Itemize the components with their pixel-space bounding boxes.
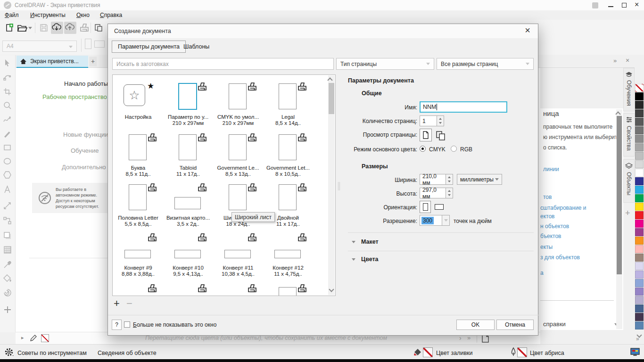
color-swatch[interactable]: [635, 271, 644, 279]
rectangle-tool-icon[interactable]: [3, 143, 12, 152]
docker-help-dropdown[interactable]: справки: [543, 321, 566, 328]
cancel-button[interactable]: Отмена: [496, 320, 534, 330]
docker-link[interactable]: линии: [543, 166, 559, 173]
docker-link[interactable]: сштабирование и: [540, 205, 586, 211]
color-swatch[interactable]: [635, 254, 644, 262]
tab-templates[interactable]: Шаблоны: [178, 41, 215, 53]
docker-expand-icon[interactable]: »: [613, 57, 617, 64]
ok-button[interactable]: OK: [456, 320, 495, 330]
preset-cmyk-default[interactable]: CMYK по умол... 210 x 297мм: [213, 81, 263, 131]
connector-tool-icon[interactable]: [3, 216, 12, 225]
color-swatch[interactable]: [635, 211, 644, 219]
palette-more-icon[interactable]: »: [636, 336, 639, 342]
docker-tab-properties[interactable]: Свойства: [623, 113, 635, 156]
color-swatch[interactable]: [635, 152, 644, 160]
crop-tool-icon[interactable]: [3, 87, 12, 97]
color-swatch[interactable]: [635, 288, 644, 296]
resolution-field[interactable]: 300: [420, 215, 442, 226]
preset-envelope-11[interactable]: Конверт #11 10,38 x 4,5д..: [213, 232, 263, 281]
page-size-filter[interactable]: Все размеры страниц: [437, 58, 534, 70]
scroll-down-icon[interactable]: [329, 287, 334, 292]
interactive-fill-tool-icon[interactable]: [3, 288, 12, 297]
menu-tools[interactable]: Инструменты: [30, 12, 66, 18]
preset-default[interactable]: Параметр по у... 210 x 297мм: [163, 81, 213, 131]
docker-scrollbar-thumb[interactable]: [617, 116, 622, 274]
tab-welcome-screen[interactable]: Экран приветств...: [17, 56, 88, 68]
palette-current-swatch[interactable]: [41, 334, 49, 342]
color-swatch[interactable]: [635, 101, 644, 109]
dont-show-checkbox[interactable]: [124, 321, 130, 328]
pages-stepper[interactable]: [437, 115, 444, 126]
status-tool-tips[interactable]: Советы по инструментам: [17, 350, 87, 356]
preset-government-letter[interactable]: Government Let... 8 x 10,5д..: [263, 132, 313, 181]
preset-business-card[interactable]: Визитная карто... 3,5 x 2д..: [163, 182, 213, 231]
color-swatch[interactable]: [635, 109, 644, 117]
page-type-filter[interactable]: Тип страницы: [336, 58, 434, 70]
close-icon[interactable]: ×: [635, 0, 639, 9]
open-dropdown-icon[interactable]: [28, 27, 32, 29]
color-swatch[interactable]: [635, 262, 644, 270]
docker-link[interactable]: з для объектов: [540, 254, 580, 261]
pick-tool-icon[interactable]: [3, 58, 12, 68]
preset-tabloid[interactable]: Tabloid 11 x 17д..: [163, 132, 213, 181]
color-swatch[interactable]: [635, 296, 644, 304]
color-swatch[interactable]: [635, 220, 644, 228]
welcome-nav-getting-started[interactable]: Начало работы: [64, 80, 108, 87]
remove-preset-icon[interactable]: −: [126, 297, 132, 310]
dont-show-label[interactable]: Больше не показывать это окно: [133, 321, 216, 328]
preset-envelope-9[interactable]: Конверт #9 8,88 x 3,88д..: [113, 232, 163, 281]
portrait-page-icon[interactable]: [85, 39, 91, 49]
freehand-tool-icon[interactable]: [3, 115, 12, 125]
single-page-view-button[interactable]: [420, 129, 432, 141]
shape-tool-icon[interactable]: [3, 73, 12, 82]
add-tool-icon[interactable]: [3, 305, 12, 314]
menu-window[interactable]: Окно: [76, 12, 90, 18]
color-swatch[interactable]: [635, 143, 644, 151]
cloud-upload-icon[interactable]: [64, 22, 76, 34]
palette-expander-icon[interactable]: ▸: [21, 335, 24, 341]
document-color-settings-icon[interactable]: [630, 347, 640, 357]
color-swatch[interactable]: [635, 194, 644, 202]
landscape-page-icon[interactable]: [94, 41, 105, 48]
color-swatch[interactable]: [635, 237, 644, 245]
preset-half-letter[interactable]: Половина Letter 5,5 x 8,5д..: [113, 182, 163, 231]
menu-file[interactable]: Файл: [5, 12, 19, 18]
color-swatch[interactable]: [635, 135, 644, 143]
new-document-icon[interactable]: [3, 22, 15, 34]
new-tab-button[interactable]: +: [89, 57, 97, 66]
color-swatch[interactable]: [635, 126, 644, 134]
portrait-orientation-button[interactable]: [420, 201, 431, 213]
menu-help[interactable]: Справка: [100, 12, 122, 18]
color-swatch[interactable]: [635, 313, 644, 321]
preset-letter[interactable]: Буква 8,5 x 11д..: [113, 132, 163, 181]
docker-link[interactable]: ектов: [540, 213, 554, 220]
eyedropper-tool-icon[interactable]: [3, 260, 12, 269]
text-tool-icon[interactable]: [3, 185, 12, 194]
dialog-close-icon[interactable]: ×: [522, 25, 533, 36]
help-button[interactable]: ?: [112, 320, 122, 330]
search-input[interactable]: [112, 58, 334, 70]
print-icon[interactable]: [78, 22, 91, 34]
colors-section-chevron-icon[interactable]: [352, 258, 355, 261]
add-preset-icon[interactable]: +: [114, 297, 120, 310]
pages-field[interactable]: 1: [420, 115, 437, 126]
name-field[interactable]: NNM: [420, 101, 507, 113]
docker-link[interactable]: бъектов: [540, 233, 561, 239]
color-swatch[interactable]: [635, 245, 644, 253]
artistic-media-tool-icon[interactable]: [3, 129, 12, 139]
facing-pages-view-button[interactable]: [435, 131, 446, 141]
color-swatch[interactable]: [635, 304, 644, 313]
docker-scrollbar[interactable]: [616, 109, 622, 329]
layout-section-header[interactable]: Макет: [361, 239, 379, 245]
layout-section-chevron-icon[interactable]: [352, 241, 355, 243]
palette-add-icon[interactable]: +: [625, 208, 630, 218]
scroll-up-icon[interactable]: [327, 77, 332, 82]
docker-tab-objects[interactable]: Объекты: [623, 159, 635, 203]
ellipse-tool-icon[interactable]: [3, 156, 12, 166]
color-swatch[interactable]: [635, 118, 644, 126]
height-field[interactable]: 297,0 мм: [420, 188, 446, 198]
width-stepper[interactable]: [446, 174, 453, 185]
color-swatch[interactable]: [635, 160, 644, 168]
preset-envelope-12[interactable]: Конверт #12 11 x 4,75д..: [263, 232, 313, 281]
welcome-nav-learning[interactable]: Обучение: [71, 147, 99, 154]
